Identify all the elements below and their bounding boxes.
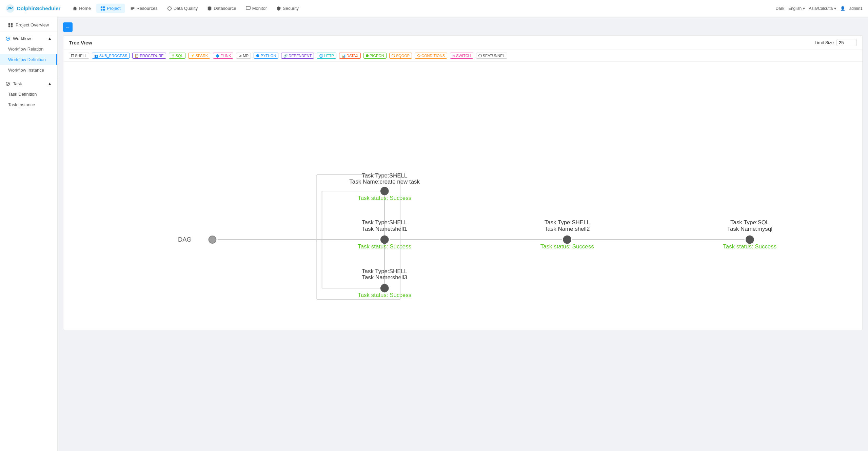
svg-rect-5: [103, 8, 105, 10]
switch-icon: ⊠: [452, 54, 455, 58]
tag-sqoop[interactable]: SQOOP: [389, 53, 412, 59]
nav-datasource[interactable]: Datasource: [203, 4, 240, 13]
svg-rect-4: [101, 8, 102, 10]
create-new-task-name: Task Name:create new task: [349, 178, 420, 185]
task-collapse-icon: ▲: [47, 81, 52, 86]
mysql-name: Task Name:mysql: [727, 226, 772, 232]
create-new-task-node[interactable]: [380, 187, 389, 195]
tag-pigeon[interactable]: PIGEON: [363, 53, 387, 59]
conditions-icon: [417, 54, 420, 57]
shell2-name: Task Name:shell2: [545, 226, 590, 232]
shell3-node[interactable]: [380, 284, 389, 293]
tag-shell[interactable]: SHELL: [69, 53, 89, 59]
sqoop-icon: [392, 54, 395, 57]
sidebar-divider-1: [0, 32, 57, 32]
shell2-type: Task Type:SHELL: [545, 219, 590, 226]
http-icon: 🌐: [319, 54, 323, 58]
svg-rect-8: [8, 23, 10, 24]
shell3-status: Task status: Success: [358, 292, 411, 298]
svg-point-14: [256, 54, 259, 57]
language-selector[interactable]: English ▾: [788, 6, 805, 11]
main-content: ← Tree View Limit Size SHELL �: [58, 17, 868, 451]
mr-icon: 🗂: [238, 54, 242, 58]
sidebar-item-task-definition[interactable]: Task Definition: [0, 89, 57, 99]
shell-icon: [71, 54, 74, 57]
tag-spark[interactable]: ⚡ SPARK: [188, 53, 210, 59]
flink-icon: 🔷: [215, 54, 219, 58]
sidebar-divider-2: [0, 77, 57, 77]
dag-label: DAG: [178, 236, 192, 243]
mysql-node[interactable]: [746, 236, 754, 244]
tag-mr[interactable]: 🗂 MR: [236, 53, 251, 59]
tag-http[interactable]: 🌐 HTTP: [317, 53, 336, 59]
spark-icon: ⚡: [191, 54, 195, 58]
svg-rect-7: [246, 6, 250, 9]
dependent-icon: 🔗: [283, 54, 288, 58]
tag-dependent[interactable]: 🔗 DEPENDENT: [281, 53, 314, 59]
user-name[interactable]: admin1: [849, 6, 863, 11]
shell1-node[interactable]: [380, 236, 389, 244]
card-header: Tree View Limit Size: [63, 36, 862, 50]
svg-rect-10: [8, 25, 10, 27]
create-new-task-status: Task status: Success: [358, 195, 411, 201]
nav-home[interactable]: Home: [68, 4, 95, 13]
dag-node[interactable]: [209, 236, 216, 243]
sidebar-item-task-instance[interactable]: Task Instance: [0, 99, 57, 110]
sidebar: Project Overview Workflow ▲ Workflow Rel…: [0, 17, 58, 451]
tag-switch[interactable]: ⊠ SWITCH: [450, 53, 473, 59]
sidebar-item-workflow-definition[interactable]: Workflow Definition: [0, 54, 57, 65]
mysql-status: Task status: Success: [723, 243, 776, 250]
limit-size-label: Limit Size: [815, 40, 834, 45]
card-title: Tree View: [69, 40, 92, 45]
limit-size-input[interactable]: [836, 39, 857, 46]
sql-icon: 🗄: [171, 54, 175, 58]
app-name: DolphinScheduler: [17, 5, 60, 11]
svg-rect-2: [101, 6, 102, 8]
seatunnel-icon: [478, 54, 482, 57]
toolbar-tags: SHELL 👥 SUB_PROCESS 📋 PROCEDURE 🗄 SQL: [63, 50, 862, 62]
svg-rect-11: [11, 25, 13, 27]
mysql-type: Task Type:SQL: [730, 219, 769, 226]
tag-sub-process[interactable]: 👥 SUB_PROCESS: [92, 53, 130, 59]
workflow-collapse-icon: ▲: [47, 36, 52, 41]
datax-icon: 📊: [341, 54, 346, 58]
nav-monitor[interactable]: Monitor: [242, 4, 271, 13]
timezone-selector[interactable]: Asia/Calcutta ▾: [809, 6, 836, 11]
sidebar-task-header[interactable]: Task ▲: [0, 78, 57, 89]
python-icon: [256, 54, 259, 57]
logo[interactable]: DolphinScheduler: [5, 4, 60, 13]
user-avatar: 👤: [840, 6, 845, 11]
sub-process-icon: 👥: [94, 54, 98, 58]
svg-point-16: [478, 54, 481, 57]
tag-flink[interactable]: 🔷 FLINK: [213, 53, 233, 59]
tag-datax[interactable]: 📊 DATAX: [339, 53, 361, 59]
sidebar-item-project-overview[interactable]: Project Overview: [0, 20, 57, 30]
tag-conditions[interactable]: CONDITIONS: [415, 53, 447, 59]
tag-procedure[interactable]: 📋 PROCEDURE: [132, 53, 166, 59]
svg-rect-3: [103, 6, 105, 8]
back-button[interactable]: ←: [63, 22, 73, 32]
nav-resources[interactable]: Resources: [126, 4, 162, 13]
tag-seatunnel[interactable]: SEATUNNEL: [476, 53, 507, 59]
tag-sql[interactable]: 🗄 SQL: [169, 53, 185, 59]
sidebar-item-workflow-relation[interactable]: Workflow Relation: [0, 44, 57, 54]
shell1-status: Task status: Success: [358, 243, 411, 250]
svg-point-1: [9, 7, 11, 8]
diagram-area: DAG Task Name:create new task Task Type:…: [63, 62, 862, 330]
tree-view-card: Tree View Limit Size SHELL 👥 SUB_PROCESS: [63, 35, 863, 330]
procedure-icon: 📋: [135, 54, 139, 58]
svg-point-15: [392, 54, 395, 57]
svg-rect-9: [11, 23, 13, 24]
nav-items: Home Project Resources Data Quality Data…: [68, 4, 767, 13]
shell2-node[interactable]: [563, 236, 571, 244]
nav-data-quality[interactable]: Data Quality: [163, 4, 202, 13]
tag-python[interactable]: PYTHON: [254, 53, 278, 59]
nav-security[interactable]: Security: [272, 4, 303, 13]
nav-right: Dark English ▾ Asia/Calcutta ▾ 👤 admin1: [776, 6, 863, 11]
theme-toggle[interactable]: Dark: [776, 6, 784, 11]
layout: Project Overview Workflow ▲ Workflow Rel…: [0, 17, 868, 451]
sidebar-workflow-header[interactable]: Workflow ▲: [0, 33, 57, 44]
logo-icon: [5, 4, 15, 13]
sidebar-item-workflow-instance[interactable]: Workflow Instance: [0, 65, 57, 75]
nav-project[interactable]: Project: [96, 4, 124, 13]
